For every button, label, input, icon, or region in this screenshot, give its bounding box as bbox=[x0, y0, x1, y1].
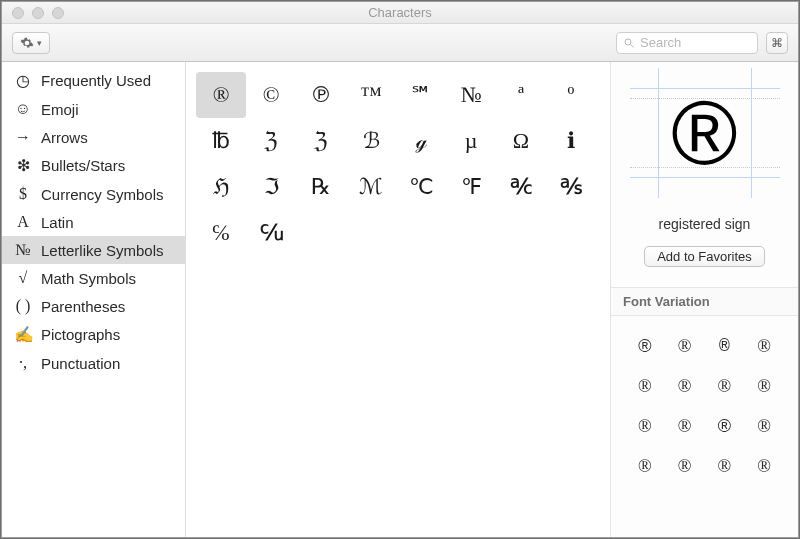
minimize-button[interactable] bbox=[32, 7, 44, 19]
character-cell[interactable]: Ω bbox=[496, 118, 546, 164]
category-sidebar: ◷Frequently Used☺Emoji→Arrows❇Bullets/St… bbox=[2, 62, 186, 537]
gear-icon bbox=[20, 36, 34, 50]
character-grid: ®©℗™℠№ªº℔ℨℨℬℊµΩℹℌℑ℞ℳ℃℉℀℁℅℆ bbox=[196, 72, 600, 256]
latin-icon: A bbox=[14, 213, 32, 231]
sidebar-item-label: Math Symbols bbox=[41, 270, 136, 287]
sidebar-item-parentheses[interactable]: ( )Parentheses bbox=[2, 292, 185, 320]
sidebar-item-currency-symbols[interactable]: $Currency Symbols bbox=[2, 180, 185, 208]
character-cell[interactable]: ™ bbox=[346, 72, 396, 118]
character-cell[interactable]: ℬ bbox=[346, 118, 396, 164]
arrows-icon: → bbox=[14, 128, 32, 146]
character-name: registered sign bbox=[659, 216, 751, 232]
window: Characters ▾ ⌘ ◷Frequently Used☺Emoji→Ar… bbox=[1, 1, 799, 538]
character-cell[interactable]: ℗ bbox=[296, 72, 346, 118]
sidebar-item-label: Bullets/Stars bbox=[41, 157, 125, 174]
font-variation-cell[interactable]: ® bbox=[678, 336, 692, 357]
svg-line-1 bbox=[631, 44, 634, 47]
add-to-favorites-button[interactable]: Add to Favorites bbox=[644, 246, 765, 267]
math-icon: √ bbox=[14, 269, 32, 287]
character-cell[interactable]: ® bbox=[196, 72, 246, 118]
sidebar-item-label: Arrows bbox=[41, 129, 88, 146]
character-cell[interactable]: ℨ bbox=[296, 118, 346, 164]
sidebar-item-label: Frequently Used bbox=[41, 72, 151, 89]
sidebar-item-pictographs[interactable]: ✍Pictographs bbox=[2, 320, 185, 349]
keyboard-viewer-button[interactable]: ⌘ bbox=[766, 32, 788, 54]
character-cell[interactable]: ℳ bbox=[346, 164, 396, 210]
character-cell[interactable]: ℀ bbox=[496, 164, 546, 210]
character-cell[interactable]: ℠ bbox=[396, 72, 446, 118]
character-cell[interactable]: ℌ bbox=[196, 164, 246, 210]
font-variation-cell[interactable]: ® bbox=[678, 456, 692, 477]
font-variation-cell[interactable]: ® bbox=[638, 376, 652, 397]
font-variation-cell[interactable]: ® bbox=[757, 336, 771, 357]
picto-icon: ✍ bbox=[14, 325, 32, 344]
character-cell[interactable]: © bbox=[246, 72, 296, 118]
character-cell[interactable]: µ bbox=[446, 118, 496, 164]
zoom-button[interactable] bbox=[52, 7, 64, 19]
keyboard-icon: ⌘ bbox=[771, 36, 783, 50]
font-variation-grid: ®®®®®®®®®®®®®®®® bbox=[611, 316, 798, 496]
font-variation-cell[interactable]: ® bbox=[638, 416, 652, 437]
search-input[interactable] bbox=[640, 35, 751, 50]
font-variation-cell[interactable]: ® bbox=[757, 416, 771, 437]
character-cell[interactable]: ℹ bbox=[546, 118, 596, 164]
font-variation-cell[interactable]: ® bbox=[719, 336, 730, 356]
search-icon bbox=[623, 37, 635, 49]
character-cell[interactable]: ª bbox=[496, 72, 546, 118]
character-cell[interactable]: ℑ bbox=[246, 164, 296, 210]
emoji-icon: ☺ bbox=[14, 100, 32, 118]
sidebar-item-label: Currency Symbols bbox=[41, 186, 164, 203]
character-cell[interactable]: ℁ bbox=[546, 164, 596, 210]
sidebar-item-label: Punctuation bbox=[41, 355, 120, 372]
character-cell[interactable]: № bbox=[446, 72, 496, 118]
character-cell[interactable]: ℆ bbox=[246, 210, 296, 256]
window-title: Characters bbox=[2, 5, 798, 20]
sidebar-item-label: Pictographs bbox=[41, 326, 120, 343]
font-variation-cell[interactable]: ® bbox=[718, 456, 732, 477]
currency-icon: $ bbox=[14, 185, 32, 203]
glyph-preview: ® bbox=[630, 68, 780, 198]
gear-menu-button[interactable]: ▾ bbox=[12, 32, 50, 54]
chevron-down-icon: ▾ bbox=[37, 38, 42, 48]
close-button[interactable] bbox=[12, 7, 24, 19]
font-variation-cell[interactable]: ® bbox=[638, 336, 651, 357]
font-variation-cell[interactable]: ® bbox=[757, 376, 771, 397]
character-cell[interactable]: ℨ bbox=[246, 118, 296, 164]
sidebar-item-letterlike-symbols[interactable]: №Letterlike Symbols bbox=[2, 236, 185, 264]
character-cell[interactable]: ℊ bbox=[396, 118, 446, 164]
font-variation-cell[interactable]: ® bbox=[678, 416, 692, 437]
sidebar-item-arrows[interactable]: →Arrows bbox=[2, 123, 185, 151]
sidebar-item-bullets-stars[interactable]: ❇Bullets/Stars bbox=[2, 151, 185, 180]
font-variation-header: Font Variation bbox=[611, 287, 798, 316]
numero-icon: № bbox=[14, 241, 32, 259]
character-cell[interactable]: ℉ bbox=[446, 164, 496, 210]
content: ◷Frequently Used☺Emoji→Arrows❇Bullets/St… bbox=[2, 62, 798, 537]
font-variation-cell[interactable]: ® bbox=[757, 456, 771, 477]
parens-icon: ( ) bbox=[14, 297, 32, 315]
font-variation-cell[interactable]: ® bbox=[678, 376, 692, 397]
titlebar: Characters bbox=[2, 2, 798, 24]
character-cell[interactable]: ℞ bbox=[296, 164, 346, 210]
font-variation-cell[interactable]: ® bbox=[718, 376, 732, 397]
search-field[interactable] bbox=[616, 32, 758, 54]
punct-icon: ∙, bbox=[14, 354, 32, 372]
sidebar-item-label: Latin bbox=[41, 214, 74, 231]
svg-point-0 bbox=[625, 39, 631, 45]
character-cell[interactable]: ℔ bbox=[196, 118, 246, 164]
glyph-preview-char: ® bbox=[671, 88, 737, 178]
character-cell[interactable]: ℅ bbox=[196, 210, 246, 256]
sidebar-item-emoji[interactable]: ☺Emoji bbox=[2, 95, 185, 123]
sidebar-item-frequently-used[interactable]: ◷Frequently Used bbox=[2, 66, 185, 95]
sidebar-item-label: Emoji bbox=[41, 101, 79, 118]
sidebar-item-math-symbols[interactable]: √Math Symbols bbox=[2, 264, 185, 292]
character-cell[interactable]: º bbox=[546, 72, 596, 118]
sidebar-item-punctuation[interactable]: ∙,Punctuation bbox=[2, 349, 185, 377]
sidebar-item-label: Letterlike Symbols bbox=[41, 242, 164, 259]
character-cell[interactable]: ℃ bbox=[396, 164, 446, 210]
toolbar: ▾ ⌘ bbox=[2, 24, 798, 62]
font-variation-cell[interactable]: ® bbox=[638, 456, 652, 477]
traffic-lights bbox=[2, 7, 64, 19]
clock-icon: ◷ bbox=[14, 71, 32, 90]
font-variation-cell[interactable]: ® bbox=[718, 416, 731, 437]
sidebar-item-latin[interactable]: ALatin bbox=[2, 208, 185, 236]
